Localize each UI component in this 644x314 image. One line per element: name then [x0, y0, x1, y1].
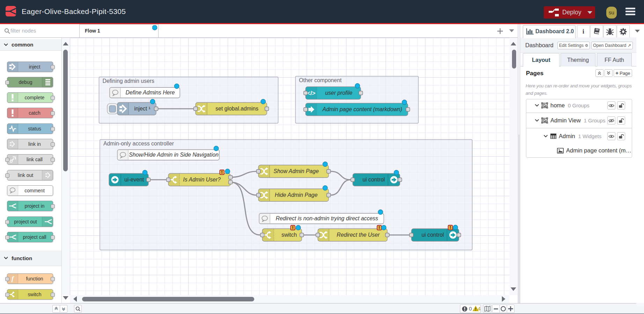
svg-text:</>: </>	[307, 90, 316, 97]
svg-text:Admin page content (markdown): Admin page content (markdown)	[322, 106, 402, 112]
svg-text:Other component: Other component	[299, 77, 342, 83]
svg-text:ui control: ui control	[363, 177, 385, 183]
svg-text:Is Admin User?: Is Admin User?	[183, 177, 221, 183]
svg-text:switch: switch	[281, 232, 297, 238]
svg-text:ui-event: ui-event	[124, 177, 144, 183]
svg-text:set global.admins: set global.admins	[215, 106, 258, 112]
svg-text:Redirect is non-admin trying d: Redirect is non-admin trying direct acce…	[276, 215, 378, 221]
svg-text:Show/Hide Admin in Side Naviga: Show/Hide Admin in Side Navigation	[129, 152, 219, 158]
svg-text:Show Admin Page: Show Admin Page	[273, 168, 319, 174]
svg-text:Redirect the User: Redirect the User	[337, 232, 380, 238]
svg-text:ui control: ui control	[422, 232, 444, 238]
svg-text:Admin-only access controller: Admin-only access controller	[103, 141, 174, 147]
svg-text:inject ¹: inject ¹	[134, 106, 151, 112]
svg-text:Define Admins Here: Define Admins Here	[126, 90, 175, 95]
svg-text:Hide Admin Page: Hide Admin Page	[275, 192, 318, 198]
svg-text:user profile: user profile	[325, 90, 352, 96]
svg-text:Defining admin users: Defining admin users	[103, 78, 154, 84]
